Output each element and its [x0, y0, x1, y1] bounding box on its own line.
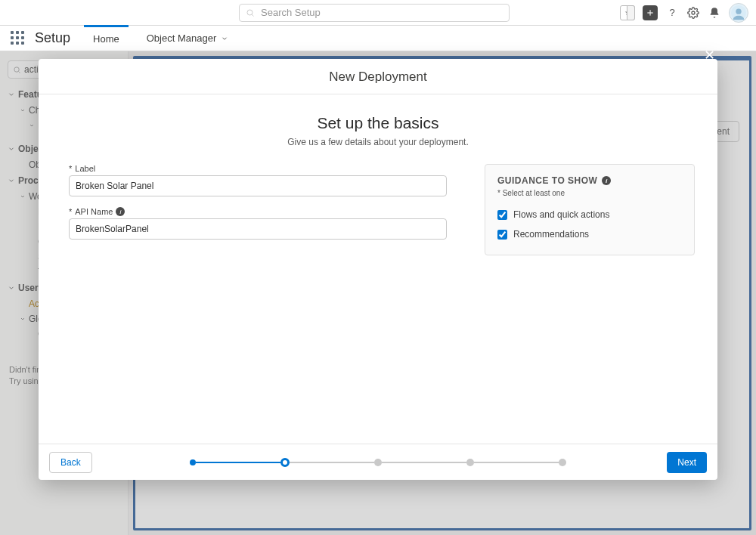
- checkbox-flows[interactable]: Flows and quick actions: [497, 205, 682, 224]
- label-input[interactable]: [69, 175, 447, 196]
- setup-gear-icon[interactable]: [686, 6, 700, 20]
- close-icon[interactable]: ✕: [699, 45, 719, 65]
- chevron-down-icon: [221, 35, 228, 42]
- guidance-subheading: Select at least one: [497, 189, 682, 197]
- next-button[interactable]: Next: [667, 452, 707, 473]
- create-button[interactable]: ＋: [643, 5, 658, 20]
- user-avatar[interactable]: [729, 3, 748, 23]
- favorites-button[interactable]: ★: [620, 5, 635, 20]
- tab-home[interactable]: Home: [84, 25, 129, 51]
- svg-point-2: [692, 11, 695, 14]
- step-4: [466, 459, 474, 466]
- search-icon: [246, 8, 255, 17]
- search-placeholder: Search Setup: [261, 7, 321, 18]
- app-name: Setup: [35, 30, 70, 46]
- apiname-input[interactable]: [69, 218, 447, 240]
- global-search[interactable]: Search Setup: [239, 4, 510, 22]
- global-header: Search Setup ★ ＋ ?: [0, 0, 756, 26]
- app-nav: Setup Home Object Manager: [0, 26, 756, 51]
- notifications-icon[interactable]: [708, 6, 721, 20]
- svg-point-4: [736, 8, 741, 14]
- step-2-current: [280, 458, 290, 467]
- svg-point-0: [247, 10, 253, 15]
- new-deployment-modal: ✕ New Deployment Set up the basics Give …: [39, 59, 717, 480]
- checkbox-input[interactable]: [497, 230, 507, 240]
- tab-object-manager[interactable]: Object Manager: [138, 26, 238, 51]
- step-heading: Set up the basics: [69, 114, 687, 132]
- apiname-field-label: API Namei: [69, 207, 447, 216]
- progress-stepper: [190, 458, 566, 467]
- checkbox-input[interactable]: [497, 210, 507, 220]
- checkbox-recommendations[interactable]: Recommendations: [497, 224, 682, 244]
- label-field-label: Label: [69, 164, 447, 173]
- svg-line-1: [252, 14, 253, 16]
- info-icon[interactable]: i: [116, 207, 125, 216]
- step-5: [559, 459, 566, 466]
- help-icon[interactable]: ?: [665, 6, 679, 20]
- guidance-heading: GUIDANCE TO SHOWi: [497, 175, 682, 186]
- modal-title: New Deployment: [39, 59, 717, 94]
- step-3: [374, 459, 382, 466]
- app-launcher-icon[interactable]: [11, 31, 26, 46]
- modal-footer: Back Next: [39, 444, 717, 480]
- back-button[interactable]: Back: [49, 452, 92, 473]
- guidance-card: GUIDANCE TO SHOWi Select at least one Fl…: [485, 164, 695, 255]
- step-1-done: [190, 459, 196, 465]
- info-icon[interactable]: i: [602, 176, 611, 185]
- step-subheading: Give us a few details about your deploym…: [69, 137, 687, 147]
